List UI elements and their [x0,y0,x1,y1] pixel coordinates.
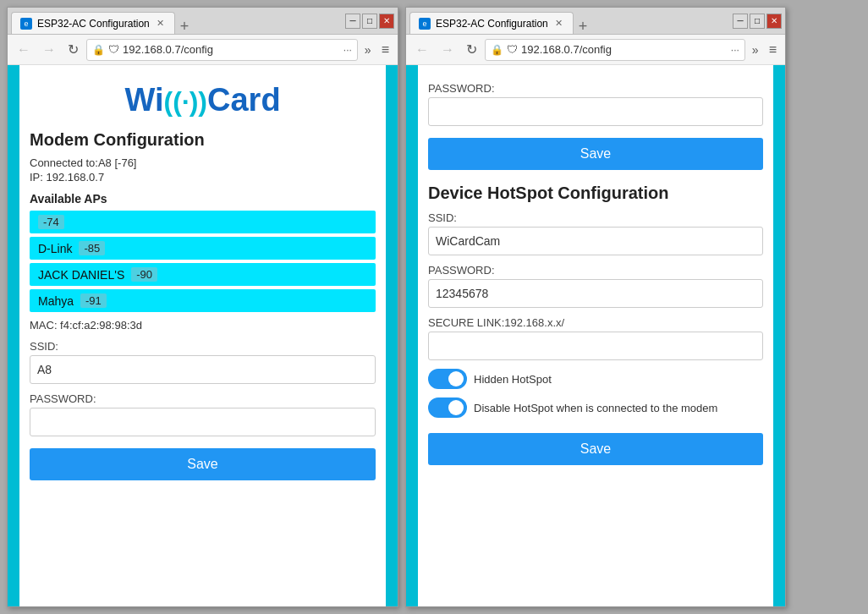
ap-name-2: JACK DANIEL'S [38,268,124,282]
ap-signal-2: -90 [131,267,157,282]
left-password-label: PASSWORD: [30,392,376,405]
ap-item-2[interactable]: JACK DANIEL'S -90 [30,263,376,286]
right-teal-accent-left [406,65,418,606]
left-tab-area: e ESP32-AC Configuration ✕ + [11,8,345,34]
left-logo: Wi((·))Card [30,74,376,123]
ap-signal-1: -85 [79,241,105,255]
right-page-content: PASSWORD: Save Device HotSpot Configurat… [406,65,785,606]
left-url-more[interactable]: ··· [343,44,352,56]
left-window-controls: ─ □ ✕ [345,14,394,29]
right-tab-title: ESP32-AC Configuration [436,18,548,30]
left-menu-button[interactable]: ≡ [378,41,393,59]
right-top-password-label: PASSWORD: [428,82,763,95]
right-content-wrapper: PASSWORD: Save Device HotSpot Configurat… [406,65,785,606]
left-tab-close[interactable]: ✕ [155,18,166,29]
right-secure-link-label: SECURE LINK:192.168.x.x/ [428,316,763,329]
left-page-content: Wi((·))Card Modem Configuration Connecte… [8,65,398,606]
right-top-save-button[interactable]: Save [428,138,763,170]
right-menu-button[interactable]: ≡ [766,41,780,59]
left-logo-wi: Wi [124,82,163,118]
right-tab-area: e ESP32-AC Configuration ✕ + [409,8,733,34]
left-inner-content: Wi((·))Card Modem Configuration Connecte… [19,65,386,494]
right-teal-accent-right [773,65,785,606]
right-minimize-button[interactable]: ─ [733,14,748,29]
right-ssid-label: SSID: [428,211,763,224]
right-address-bar[interactable]: 🔒 🛡 192.168.0.7/config ··· [485,39,745,61]
left-tab-title: ESP32-AC Configuration [37,18,150,30]
left-refresh-button[interactable]: ↻ [63,40,83,59]
right-close-button[interactable]: ✕ [766,14,782,29]
right-hidden-hotspot-slider[interactable] [428,369,467,389]
right-save-button[interactable]: Save [428,433,763,465]
left-browser-window: e ESP32-AC Configuration ✕ + ─ □ ✕ ← → ↻… [7,7,398,607]
right-url-text: 192.168.0.7/config [521,43,728,56]
left-back-button[interactable]: ← [13,41,35,59]
left-available-aps-label: Available APs [30,192,376,206]
left-tab-favicon: e [20,18,32,30]
ap-signal-0: -74 [38,215,64,229]
right-top-password-input[interactable] [428,97,763,126]
right-secure-link-input[interactable] [428,332,763,360]
left-connected-to: Connected to:A8 [-76] [30,156,376,169]
left-forward-button[interactable]: → [38,41,60,59]
left-url-text: 192.168.0.7/config [123,43,340,56]
right-disable-hotspot-label: Disable HotSpot when is connected to the… [474,402,717,414]
ap-name-3: Mahya [38,294,74,308]
right-top-password-section: PASSWORD: Save [428,82,763,175]
right-ssid-input[interactable] [428,227,763,255]
ap-item-3[interactable]: Mahya -91 [30,289,376,312]
ap-item-0[interactable]: -74 [30,211,376,233]
left-teal-accent-left [8,65,19,606]
right-lock-icon: 🔒 [491,44,503,56]
left-title-bar: e ESP32-AC Configuration ✕ + ─ □ ✕ [8,8,398,35]
right-tab[interactable]: e ESP32-AC Configuration ✕ [409,12,574,34]
left-address-bar[interactable]: 🔒 🛡 192.168.0.7/config ··· [86,39,358,61]
right-tab-close[interactable]: ✕ [553,18,564,29]
left-shield-icon: 🛡 [108,43,119,56]
left-ssid-input[interactable] [30,355,376,384]
right-tab-favicon: e [419,18,431,30]
right-refresh-button[interactable]: ↻ [462,40,481,59]
left-nav-overflow[interactable]: » [361,41,375,58]
left-ip: IP: 192.168.0.7 [30,171,376,184]
left-ssid-label: SSID: [30,340,376,353]
left-close-button[interactable]: ✕ [379,14,394,29]
right-hidden-hotspot-toggle[interactable] [428,369,467,389]
right-password-input[interactable] [428,279,763,308]
ap-name-1: D-Link [38,242,72,255]
right-hotspot-title: Device HotSpot Configuration [428,184,763,203]
left-save-button[interactable]: Save [30,448,376,480]
left-password-input[interactable] [30,408,376,436]
right-disable-hotspot-slider[interactable] [428,397,467,418]
left-new-tab-button[interactable]: + [175,19,195,34]
left-tab[interactable]: e ESP32-AC Configuration ✕ [11,12,175,34]
right-shield-icon: 🛡 [507,43,518,56]
right-disable-hotspot-row: Disable HotSpot when is connected to the… [428,397,763,418]
right-back-button[interactable]: ← [411,41,433,59]
left-teal-accent-right [386,65,398,606]
left-maximize-button[interactable]: □ [362,14,377,29]
right-url-more[interactable]: ··· [731,44,739,56]
right-title-bar: e ESP32-AC Configuration ✕ + ─ □ ✕ [406,8,785,35]
left-mac: MAC: f4:cf:a2:98:98:3d [30,319,376,332]
left-lock-icon: 🔒 [92,44,105,56]
right-forward-button[interactable]: → [437,41,459,59]
right-hidden-hotspot-row: Hidden HotSpot [428,369,763,389]
right-new-tab-button[interactable]: + [574,19,593,34]
right-maximize-button[interactable]: □ [750,14,765,29]
right-window-controls: ─ □ ✕ [733,14,782,29]
right-password-label: PASSWORD: [428,264,763,277]
right-browser-window: e ESP32-AC Configuration ✕ + ─ □ ✕ ← → ↻… [405,7,786,607]
right-nav-bar: ← → ↻ 🔒 🛡 192.168.0.7/config ··· » ≡ [406,35,785,65]
left-page-title: Modem Configuration [30,130,376,150]
right-disable-hotspot-toggle[interactable] [428,397,467,418]
left-logo-text: Wi((·))Card [124,82,280,118]
left-logo-wifi-icon: ((·)) [164,86,208,117]
right-inner-content: PASSWORD: Save Device HotSpot Configurat… [418,65,773,479]
left-logo-card: Card [207,82,281,118]
ap-item-1[interactable]: D-Link -85 [30,237,376,260]
right-nav-overflow[interactable]: » [749,41,762,58]
left-nav-bar: ← → ↻ 🔒 🛡 192.168.0.7/config ··· » ≡ [8,35,398,65]
left-minimize-button[interactable]: ─ [345,14,360,29]
ap-signal-3: -91 [80,293,107,308]
